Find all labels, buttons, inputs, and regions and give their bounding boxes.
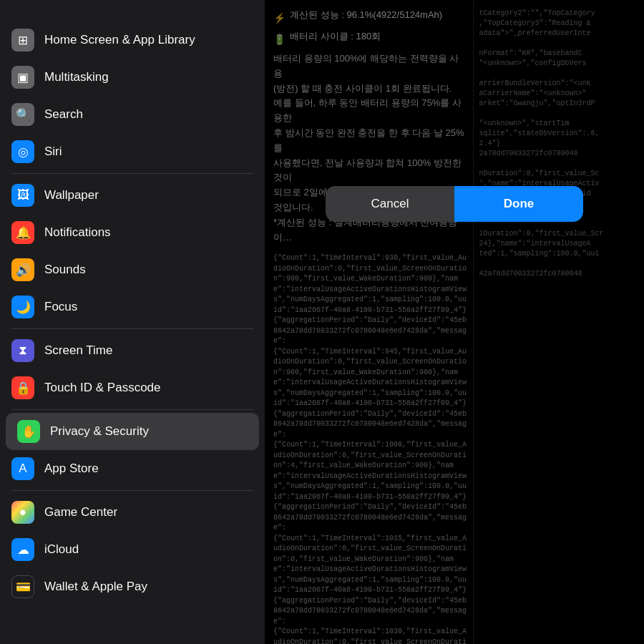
- dialog-box: Cancel Done: [326, 186, 583, 222]
- done-button[interactable]: Done: [454, 186, 583, 222]
- sidebar-item-icloud[interactable]: ☁iCloud: [0, 531, 265, 568]
- sidebar-item-game-center[interactable]: ●Game Center: [0, 494, 265, 531]
- siri-label: Siri: [44, 145, 62, 159]
- sidebar-item-sounds[interactable]: 🔊Sounds: [0, 251, 265, 288]
- game-center-icon: ●: [11, 501, 34, 524]
- dialog-buttons: Cancel Done: [326, 186, 583, 222]
- sidebar-divider: [11, 328, 253, 329]
- cancel-button[interactable]: Cancel: [326, 186, 454, 222]
- sidebar-item-focus[interactable]: 🌙Focus: [0, 288, 265, 326]
- wallpaper-label: Wallpaper: [44, 188, 99, 203]
- privacy-security-icon: ✋: [17, 420, 40, 443]
- screen-time-label: Screen Time: [44, 343, 112, 358]
- search-icon: 🔍: [11, 103, 34, 126]
- screen-time-icon: ⧗: [11, 339, 34, 362]
- game-center-label: Game Center: [44, 505, 117, 519]
- sidebar-divider: [11, 409, 253, 410]
- sidebar-item-privacy-security[interactable]: ✋Privacy & Security: [6, 413, 259, 450]
- home-screen-label: Home Screen & App Library: [44, 33, 195, 47]
- sounds-icon: 🔊: [11, 258, 34, 281]
- home-screen-icon: ⊞: [11, 29, 34, 52]
- main-content: ⚡ 계산된 성능 : 96.1%(4922/5124mAh) 🔋 배터리 사이클…: [265, 0, 644, 644]
- sidebar-divider: [11, 173, 253, 174]
- icloud-icon: ☁: [11, 538, 34, 561]
- sidebar-item-siri[interactable]: ◎Siri: [0, 133, 265, 170]
- sounds-label: Sounds: [44, 263, 86, 277]
- wallpaper-icon: 🖼: [11, 184, 34, 207]
- icloud-label: iCloud: [44, 542, 79, 557]
- multitasking-icon: ▣: [11, 66, 34, 89]
- sidebar-item-touch-id[interactable]: 🔒Touch ID & Passcode: [0, 369, 265, 406]
- wallet-label: Wallet & Apple Pay: [44, 580, 147, 594]
- wallet-icon: 💳: [11, 575, 34, 598]
- focus-icon: 🌙: [11, 296, 34, 318]
- sidebar-item-search[interactable]: 🔍Search: [0, 96, 265, 133]
- multitasking-label: Multitasking: [44, 70, 109, 84]
- notifications-label: Notifications: [44, 225, 111, 240]
- touch-id-icon: 🔒: [11, 376, 34, 399]
- app-store-icon: A: [11, 457, 34, 480]
- sidebar-item-multitasking[interactable]: ▣Multitasking: [0, 59, 265, 96]
- sidebar-divider: [11, 490, 253, 491]
- focus-label: Focus: [44, 300, 77, 314]
- sidebar-item-wallet[interactable]: 💳Wallet & Apple Pay: [0, 568, 265, 605]
- sidebar-item-notifications[interactable]: 🔔Notifications: [0, 214, 265, 251]
- sidebar: ⊞Home Screen & App Library▣Multitasking🔍…: [0, 0, 265, 644]
- dialog-overlay: Cancel Done: [265, 0, 644, 644]
- search-label: Search: [44, 107, 83, 122]
- sidebar-item-app-store[interactable]: AApp Store: [0, 450, 265, 487]
- siri-icon: ◎: [11, 140, 34, 163]
- app-store-label: App Store: [44, 462, 99, 476]
- sidebar-item-home-screen[interactable]: ⊞Home Screen & App Library: [0, 21, 265, 59]
- notifications-icon: 🔔: [11, 221, 34, 244]
- privacy-security-label: Privacy & Security: [50, 424, 149, 439]
- sidebar-item-screen-time[interactable]: ⧗Screen Time: [0, 332, 265, 369]
- sidebar-item-wallpaper[interactable]: 🖼Wallpaper: [0, 177, 265, 214]
- touch-id-label: Touch ID & Passcode: [44, 381, 161, 395]
